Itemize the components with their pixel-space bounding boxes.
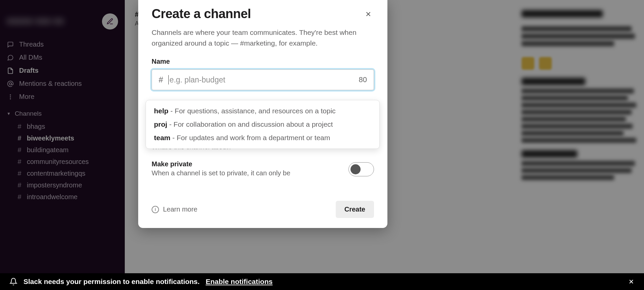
close-icon: [365, 10, 372, 18]
make-private-toggle[interactable]: [348, 162, 374, 176]
suggestion-desc: - For collaboration on and discussion ab…: [167, 120, 333, 128]
make-private-label: Make private: [152, 160, 290, 168]
modal-description: Channels are where your team communicate…: [152, 27, 374, 48]
char-remaining: 80: [359, 75, 367, 84]
name-field-label: Name: [152, 58, 374, 65]
suggestion-prefix: team: [154, 134, 170, 141]
suggestion-item[interactable]: team - For updates and work from a depar…: [146, 131, 379, 144]
info-icon: i: [152, 206, 159, 213]
hash-prefix-icon: #: [159, 75, 163, 84]
suggestion-prefix: help: [154, 107, 168, 115]
modal-title: Create a channel: [152, 7, 251, 21]
make-private-description: When a channel is set to private, it can…: [152, 169, 290, 177]
close-icon: [628, 278, 635, 285]
toggle-knob: [351, 164, 361, 174]
suggestion-prefix: proj: [154, 120, 167, 128]
learn-more-label: Learn more: [163, 206, 197, 213]
suggestion-item[interactable]: help - For questions, assistance, and re…: [146, 104, 379, 118]
learn-more-link[interactable]: i Learn more: [152, 206, 197, 213]
channel-name-input[interactable]: # e.g. plan-budget 80: [152, 69, 374, 90]
close-button[interactable]: [363, 8, 374, 20]
enable-notifications-link[interactable]: Enable notifications: [206, 278, 273, 286]
input-placeholder: e.g. plan-budget: [169, 75, 359, 84]
bell-icon: [9, 278, 17, 286]
suggestion-item[interactable]: proj - For collaboration on and discussi…: [146, 118, 379, 131]
dismiss-notification-button[interactable]: [628, 278, 635, 285]
suggestion-desc: - For questions, assistance, and resourc…: [168, 107, 335, 115]
create-button[interactable]: Create: [336, 201, 374, 218]
suggestion-desc: - For updates and work from a department…: [170, 134, 330, 141]
text-cursor: [168, 75, 169, 84]
notification-bar: Slack needs your permission to enable no…: [0, 273, 644, 290]
notification-text: Slack needs your permission to enable no…: [23, 278, 200, 286]
name-suggestions-dropdown: help - For questions, assistance, and re…: [146, 100, 380, 149]
